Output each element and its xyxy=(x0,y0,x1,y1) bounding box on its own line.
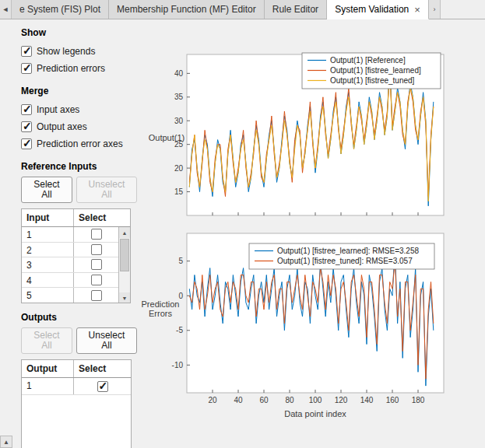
svg-text:25: 25 xyxy=(174,140,184,149)
reference-inputs-table: Input Select 1 2 3 xyxy=(21,208,131,303)
svg-text:0: 0 xyxy=(178,292,183,300)
tab-label: e System (FIS) Plot xyxy=(19,4,100,15)
svg-text:Output(1) [fistree_learned]: R: Output(1) [fistree_learned]: RMSE=3.258 xyxy=(277,247,419,255)
svg-text:Output(1) [fistree_tuned]: RMS: Output(1) [fistree_tuned]: RMSE=3.057 xyxy=(277,257,413,265)
merge-prediction-error-axes-option[interactable]: Prediction error axes xyxy=(21,135,137,152)
show-section-title: Show xyxy=(21,27,137,38)
svg-text:Output(1) [Reference]: Output(1) [Reference] xyxy=(330,56,406,65)
svg-text:20: 20 xyxy=(208,396,217,404)
table-header-row: Output Select xyxy=(22,360,131,378)
prediction-error-axes-label: Prediction error axes xyxy=(37,138,123,149)
svg-text:80: 80 xyxy=(285,396,294,404)
prediction-error-axes-checkbox[interactable] xyxy=(21,138,32,149)
scrollbar-thumb[interactable] xyxy=(120,239,129,271)
output-cell: 1 xyxy=(22,378,74,394)
outputs-unselect-all-button[interactable]: Unselect All xyxy=(76,327,137,354)
output-1-select-checkbox[interactable] xyxy=(97,381,108,392)
outputs-section-title: Outputs xyxy=(21,312,137,323)
input-1-select-checkbox[interactable] xyxy=(91,229,102,240)
tab-fis-plot[interactable]: e System (FIS) Plot xyxy=(12,0,109,19)
prediction-errors-checkbox[interactable] xyxy=(21,63,32,74)
input-2-select-checkbox[interactable] xyxy=(91,244,102,255)
merge-section-title: Merge xyxy=(21,86,137,96)
input-cell: 2 xyxy=(22,243,74,257)
table-row: 5 xyxy=(22,288,118,303)
svg-text:100: 100 xyxy=(309,396,322,404)
output-axes-checkbox[interactable] xyxy=(21,121,32,132)
merge-output-axes-option[interactable]: Output axes xyxy=(21,118,137,135)
tab-rule-editor[interactable]: Rule Editor xyxy=(265,0,327,19)
svg-text:-10: -10 xyxy=(172,361,184,369)
scroll-left-icon: ◄ xyxy=(2,5,9,13)
prediction-errors-option[interactable]: Prediction errors xyxy=(21,60,137,77)
table-header-row: Input Select xyxy=(22,209,130,227)
reference-inputs-buttons: Select All Unselect All xyxy=(21,177,137,203)
scrollbar-track[interactable] xyxy=(119,238,130,292)
input-cell: 1 xyxy=(22,227,74,242)
svg-text:20: 20 xyxy=(174,164,184,173)
outputs-select-all-button: Select All xyxy=(21,327,72,354)
outputs-buttons: Select All Unselect All xyxy=(21,327,137,354)
svg-text:120: 120 xyxy=(335,396,348,404)
table-row: 4 xyxy=(22,273,118,289)
input-axes-checkbox[interactable] xyxy=(21,104,32,115)
table-row: 1 xyxy=(22,378,131,395)
input-5-select-checkbox[interactable] xyxy=(91,290,102,301)
fuzzy-logic-designer-window: ◄ e System (FIS) Plot Membership Functio… xyxy=(0,0,485,448)
table-row: 3 xyxy=(22,257,118,273)
close-tab-icon[interactable]: × xyxy=(414,5,420,15)
prediction-errors-chart[interactable]: -10-50520406080100120140160180Data point… xyxy=(168,226,445,422)
prediction-errors-label: Prediction errors xyxy=(37,63,105,74)
document-tab-bar: ◄ e System (FIS) Plot Membership Functio… xyxy=(0,0,485,19)
svg-text:60: 60 xyxy=(259,396,269,404)
svg-text:-5: -5 xyxy=(176,326,183,334)
validation-plot-area: Output(1) 152025303540Output(1) [Referen… xyxy=(137,19,485,448)
scrollbar-down-icon[interactable]: ▼ xyxy=(119,292,130,303)
show-legends-option[interactable]: Show legends xyxy=(21,43,137,60)
table-row: 1 xyxy=(22,227,118,243)
svg-text:15: 15 xyxy=(174,187,184,196)
reference-inputs-unselect-all-button: Unselect All xyxy=(76,177,137,203)
output-column-header: Output xyxy=(22,360,74,377)
svg-text:40: 40 xyxy=(234,396,243,404)
svg-text:180: 180 xyxy=(412,396,425,404)
select-column-header: Select xyxy=(74,360,131,377)
svg-text:5: 5 xyxy=(178,257,183,265)
show-legends-checkbox[interactable] xyxy=(21,46,32,57)
merge-input-axes-option[interactable]: Input axes xyxy=(21,101,137,118)
output-validation-chart[interactable]: 152025303540Output(1) [Reference]Output(… xyxy=(168,47,445,222)
show-legends-label: Show legends xyxy=(37,46,95,57)
tab-label: System Validation xyxy=(335,4,409,15)
tab-label: Membership Function (MF) Editor xyxy=(117,4,256,15)
reference-inputs-select-all-button[interactable]: Select All xyxy=(21,177,72,203)
input-cell: 4 xyxy=(22,273,74,288)
outputs-table: Output Select 1 xyxy=(21,359,132,448)
reference-inputs-section-title: Reference Inputs xyxy=(21,161,137,172)
svg-text:Output(1) [fistree_tuned]: Output(1) [fistree_tuned] xyxy=(330,76,415,85)
svg-text:160: 160 xyxy=(386,396,399,404)
scroll-right-icon: › xyxy=(433,5,435,13)
svg-text:40: 40 xyxy=(174,69,184,78)
table-row: 2 xyxy=(22,243,118,258)
reference-inputs-scrollbar[interactable]: ▲ ▼ xyxy=(118,227,130,303)
input-cell: 5 xyxy=(22,288,74,303)
sidebar-scroll-up-button[interactable]: ▲ xyxy=(0,436,12,448)
input-cell: 3 xyxy=(22,257,74,272)
input-3-select-checkbox[interactable] xyxy=(91,259,102,270)
tab-mf-editor[interactable]: Membership Function (MF) Editor xyxy=(109,0,265,19)
input-4-select-checkbox[interactable] xyxy=(91,275,102,285)
svg-text:140: 140 xyxy=(360,396,374,404)
scrollbar-up-icon[interactable]: ▲ xyxy=(119,227,130,238)
input-axes-label: Input axes xyxy=(37,104,79,115)
tab-system-validation[interactable]: System Validation × xyxy=(327,0,429,19)
svg-text:Data point index: Data point index xyxy=(284,409,346,418)
select-column-header: Select xyxy=(74,209,130,226)
svg-text:35: 35 xyxy=(174,93,184,101)
tab-scroll-right-button[interactable]: › xyxy=(429,0,441,19)
tab-scroll-left-button[interactable]: ◄ xyxy=(0,0,12,19)
svg-text:30: 30 xyxy=(174,117,184,125)
input-column-header: Input xyxy=(22,209,74,226)
validation-options-panel: Show Show legends Prediction errors Merg… xyxy=(0,19,137,448)
svg-text:Output(1) [fistree_learned]: Output(1) [fistree_learned] xyxy=(330,66,421,75)
output-axes-label: Output axes xyxy=(37,121,87,132)
